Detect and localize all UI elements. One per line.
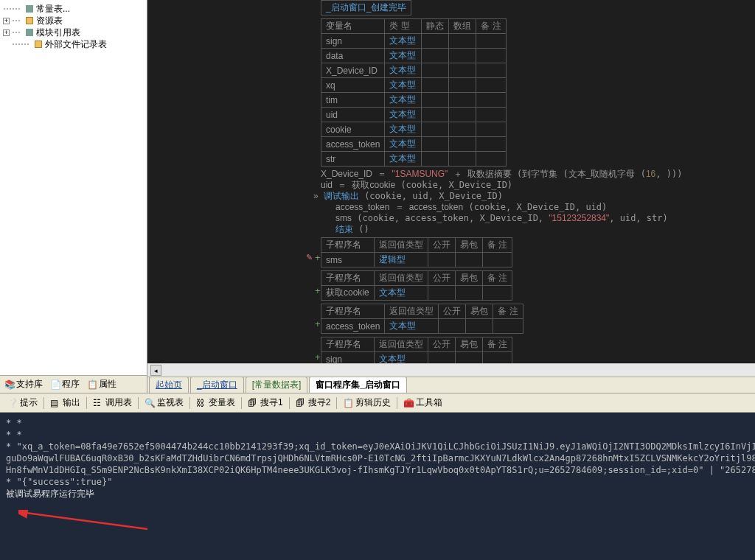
gutter	[147, 0, 161, 363]
code-line[interactable]: sms (cookie, access_token, X_Device_ID, …	[321, 212, 755, 223]
left-panel: ⋯⋯ 常量表... + ⋯ 资源表 + ⋯ 模块引用表 ⋯⋯ 外部文件记录表	[0, 0, 147, 393]
tab-const-data[interactable]: [常量数据表]	[246, 377, 308, 393]
tree-item-constants[interactable]: ⋯⋯ 常量表...	[1, 3, 145, 15]
annotation-arrow	[18, 510, 151, 532]
table-row[interactable]: access_token文本型	[321, 137, 507, 152]
code-line[interactable]: » 调试输出 (cookie, uid, X_Device_ID)	[313, 190, 755, 201]
pencil-icon: ✎	[306, 253, 313, 262]
bt-clipboard[interactable]: 📋剪辑历史	[340, 395, 394, 410]
bt-search1[interactable]: 🗐搜寻1	[245, 395, 286, 410]
plus-icon[interactable]: +	[315, 352, 321, 363]
scroll-left-icon[interactable]: ◂	[150, 365, 161, 376]
grid-icon	[34, 41, 43, 48]
call-icon: ☷	[93, 398, 103, 408]
bt-toolbox[interactable]: 🧰工具箱	[400, 395, 445, 410]
list-icon: 📋	[87, 379, 97, 390]
code-line[interactable]: X_Device_ID ＝ "1SAMSUNG" ＋ 取数据摘要 (到字节集 (…	[321, 168, 755, 179]
bt-search2[interactable]: 🗐搜寻2	[293, 395, 334, 410]
tree-item-external[interactable]: ⋯⋯ 外部文件记录表	[1, 38, 145, 50]
output-icon: ▤	[50, 398, 60, 408]
console-line: * *	[6, 429, 749, 441]
code-line[interactable]: access_token ＝ access_token (cookie, X_D…	[321, 201, 755, 212]
expand-icon[interactable]: +	[3, 18, 10, 24]
header-table: _启动窗口_创建完毕	[321, 0, 411, 15]
question-icon: ❔	[7, 398, 18, 408]
find-icon: 🗐	[296, 398, 306, 408]
table-row[interactable]: tim文本型	[321, 93, 507, 108]
tools-icon: 🧰	[403, 398, 414, 408]
console-line: 被调试易程序运行完毕	[6, 488, 749, 500]
console-line: * "{"success":true}"	[6, 476, 749, 488]
table-row[interactable]: sign文本型	[321, 34, 507, 49]
search-icon: 🔍	[145, 398, 155, 408]
bottom-toolbar: ❔提示 ▤输出 ☷调用表 🔍监视表 ⛓变量表 🗐搜寻1 🗐搜寻2 📋剪辑历史 🧰…	[0, 393, 755, 413]
tab-window-assembly[interactable]: 窗口程序集_启动窗口	[309, 377, 407, 393]
table-row[interactable]: data文本型	[321, 49, 507, 63]
horizontal-scrollbar[interactable]: ◂	[147, 363, 755, 377]
tab-program[interactable]: 📄 程序	[47, 377, 83, 392]
book-icon: 📚	[4, 379, 15, 390]
tab-start-page[interactable]: 起始页	[149, 377, 189, 393]
plus-icon[interactable]: +	[315, 319, 321, 329]
sub-table-sign[interactable]: 子程序名返回值类型公开易包备 注 sign文本型	[321, 337, 512, 363]
cube-icon	[25, 5, 34, 13]
table-row[interactable]: str文本型	[321, 152, 507, 167]
svg-line-1	[26, 513, 147, 529]
plus-icon[interactable]: +	[315, 286, 321, 296]
table-row[interactable]: xq文本型	[321, 78, 507, 93]
clip-icon: 📋	[343, 398, 353, 408]
table-row[interactable]: cookie文本型	[321, 122, 507, 137]
tab-support-lib[interactable]: 📚 支持库	[1, 377, 46, 392]
tree-item-modules[interactable]: + ⋯ 模块引用表	[1, 27, 145, 38]
sub-table-sms[interactable]: 子程序名返回值类型公开易包备 注 sms逻辑型	[321, 237, 512, 267]
code-editor[interactable]: _启动窗口_创建完毕 变量名 类 型 静态 数组 备 注 sign文本型data…	[147, 0, 755, 363]
expand-icon[interactable]: +	[3, 29, 10, 36]
tab-main-window[interactable]: _启动窗口	[190, 377, 244, 393]
left-bottom-tabs: 📚 支持库 📄 程序 📋 属性	[0, 375, 147, 393]
link-icon: ⛓	[196, 398, 206, 408]
bt-call[interactable]: ☷调用表	[90, 395, 135, 410]
tree-view[interactable]: ⋯⋯ 常量表... + ⋯ 资源表 + ⋯ 模块引用表 ⋯⋯ 外部文件记录表	[0, 0, 147, 375]
bt-vars[interactable]: ⛓变量表	[193, 395, 238, 410]
bt-output[interactable]: ▤输出	[47, 395, 83, 410]
right-panel: _启动窗口_创建完毕 变量名 类 型 静态 数组 备 注 sign文本型data…	[147, 0, 755, 393]
sub-table-cookie[interactable]: 子程序名返回值类型公开易包备 注 获取cookie文本型	[321, 270, 512, 301]
console-output[interactable]: * * * * * "xq_a_token=08fa49e7652ef50044…	[0, 413, 755, 560]
code-line[interactable]: 结束 ()	[321, 223, 755, 234]
bt-watch[interactable]: 🔍监视表	[142, 395, 187, 410]
plus-icon[interactable]: +	[315, 253, 321, 263]
bt-tips[interactable]: ❔提示	[4, 395, 41, 410]
console-line: * "xq_a_token=08fa49e7652ef5004474b244cc…	[6, 441, 749, 452]
find-icon: 🗐	[248, 398, 258, 408]
editor-tabs: 起始页 _启动窗口 [常量数据表] 窗口程序集_启动窗口	[147, 377, 755, 393]
code-line[interactable]: uid ＝ 获取cookie (cookie, X_Device_ID)	[321, 179, 755, 190]
doc-icon: 📄	[50, 379, 60, 390]
sub-table-token[interactable]: 子程序名返回值类型公开易包备 注 access_token文本型	[321, 304, 523, 334]
table-row[interactable]: uid文本型	[321, 108, 507, 122]
tree-item-resources[interactable]: + ⋯ 资源表	[1, 15, 145, 27]
cube-icon	[25, 29, 34, 36]
table-row[interactable]: X_Device_ID文本型	[321, 63, 507, 78]
tab-properties[interactable]: 📋 属性	[84, 377, 119, 392]
grid-icon	[25, 17, 34, 24]
variable-table[interactable]: 变量名 类 型 静态 数组 备 注 sign文本型data文本型X_Device…	[321, 18, 507, 167]
console-line: * *	[6, 417, 749, 429]
console-line: Hn8fwMnV1dDHGIq_S5m9ENP2NcBsK9nkXmI38XCP…	[6, 464, 749, 476]
console-line: guDo9aWqwlFUBAC6uqR0xB30_b2sKFaMdTZHdUib…	[6, 452, 749, 464]
